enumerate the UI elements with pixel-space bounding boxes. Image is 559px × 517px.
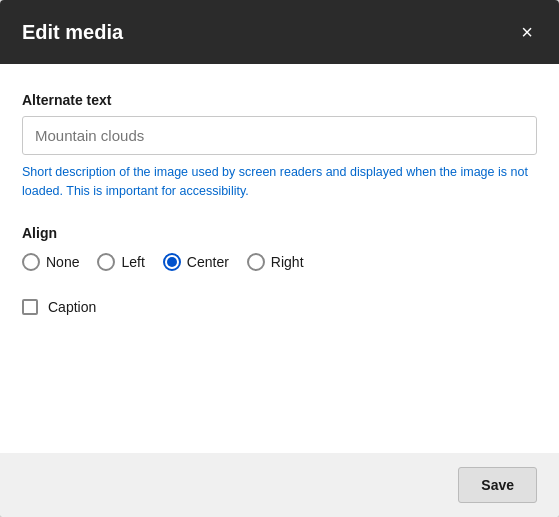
caption-label[interactable]: Caption — [48, 299, 96, 315]
dialog-header: Edit media × — [0, 0, 559, 64]
align-none-radio[interactable] — [22, 253, 40, 271]
align-left-label: Left — [121, 254, 144, 270]
align-radio-group: None Left Center Right — [22, 253, 537, 271]
align-left-item[interactable]: Left — [97, 253, 144, 271]
align-section: Align None Left Center Right — [22, 225, 537, 271]
save-button[interactable]: Save — [458, 467, 537, 503]
alternate-text-input[interactable] — [22, 116, 537, 155]
dialog-body: Alternate text Short description of the … — [0, 64, 559, 453]
align-center-radio[interactable] — [163, 253, 181, 271]
alternate-text-helper: Short description of the image used by s… — [22, 163, 537, 201]
align-center-item[interactable]: Center — [163, 253, 229, 271]
align-label: Align — [22, 225, 537, 241]
edit-media-dialog: Edit media × Alternate text Short descri… — [0, 0, 559, 517]
dialog-footer: Save — [0, 453, 559, 517]
caption-section: Caption — [22, 299, 537, 315]
dialog-title: Edit media — [22, 21, 123, 44]
alternate-text-label: Alternate text — [22, 92, 537, 108]
close-button[interactable]: × — [517, 18, 537, 46]
align-none-item[interactable]: None — [22, 253, 79, 271]
align-none-label: None — [46, 254, 79, 270]
caption-checkbox[interactable] — [22, 299, 38, 315]
align-right-item[interactable]: Right — [247, 253, 304, 271]
align-center-label: Center — [187, 254, 229, 270]
align-left-radio[interactable] — [97, 253, 115, 271]
alternate-text-section: Alternate text Short description of the … — [22, 92, 537, 201]
align-right-radio[interactable] — [247, 253, 265, 271]
align-right-label: Right — [271, 254, 304, 270]
